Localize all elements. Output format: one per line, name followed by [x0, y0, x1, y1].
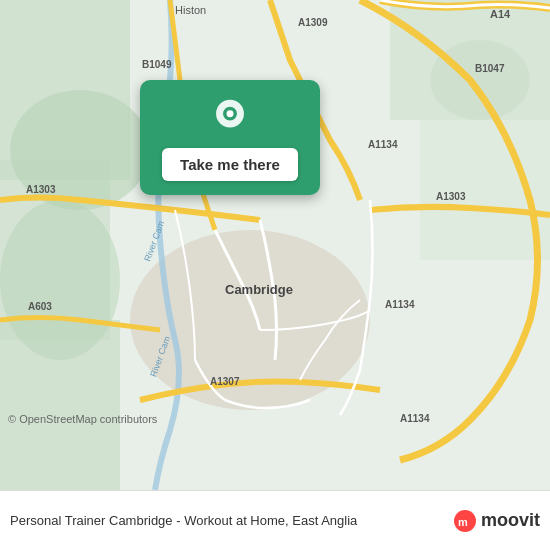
location-description: Personal Trainer Cambridge - Workout at …: [10, 513, 453, 528]
svg-text:A603: A603: [28, 301, 52, 312]
svg-text:B1049: B1049: [142, 59, 172, 70]
svg-text:B1047: B1047: [475, 63, 505, 74]
svg-text:A1303: A1303: [436, 191, 466, 202]
svg-text:A1307: A1307: [210, 376, 240, 387]
moovit-icon: m: [453, 509, 477, 533]
location-card[interactable]: Take me there: [140, 80, 320, 195]
bottom-bar: Personal Trainer Cambridge - Workout at …: [0, 490, 550, 550]
svg-text:m: m: [458, 516, 468, 528]
svg-text:A1309: A1309: [298, 17, 328, 28]
map-container: A14 B1047 Histon B1049 A1309 A1134 A1303…: [0, 0, 550, 490]
copyright-text: © OpenStreetMap contributors: [8, 413, 157, 425]
svg-text:A1134: A1134: [400, 413, 430, 424]
svg-text:A1303: A1303: [26, 184, 56, 195]
svg-point-8: [430, 40, 530, 120]
svg-text:Cambridge: Cambridge: [225, 282, 293, 297]
take-me-there-button[interactable]: Take me there: [162, 148, 298, 181]
svg-text:A14: A14: [490, 8, 511, 20]
location-pin-icon: [210, 98, 250, 138]
svg-text:A1134: A1134: [368, 139, 398, 150]
svg-text:Histon: Histon: [175, 4, 206, 16]
svg-text:A1134: A1134: [385, 299, 415, 310]
moovit-label: moovit: [481, 510, 540, 531]
svg-rect-5: [420, 100, 550, 260]
moovit-logo: m moovit: [453, 509, 540, 533]
svg-point-7: [0, 200, 120, 360]
